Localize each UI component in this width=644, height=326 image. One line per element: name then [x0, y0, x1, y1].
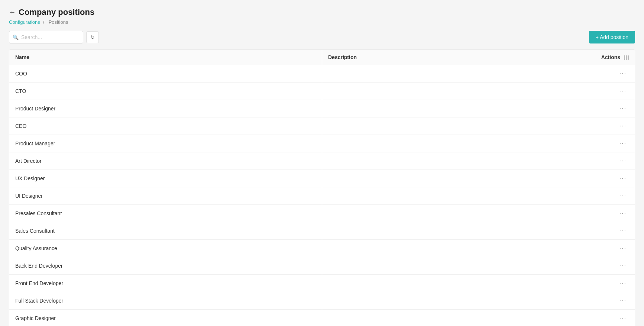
table-row: CTO···: [9, 83, 635, 100]
cell-actions: ···: [590, 100, 635, 117]
cell-description: [322, 117, 590, 135]
cell-actions: ···: [590, 292, 635, 310]
row-actions-button[interactable]: ···: [617, 262, 629, 270]
table-container: Name Description Actions COO···CTO···Pro…: [9, 49, 635, 326]
table-row: Graphic Designer···: [9, 310, 635, 326]
cell-name: Front End Developer: [9, 275, 322, 292]
cell-description: [322, 222, 590, 240]
refresh-icon: ↻: [90, 34, 95, 40]
cell-description: [322, 83, 590, 100]
row-actions-button[interactable]: ···: [617, 297, 629, 305]
table-row: CEO···: [9, 117, 635, 135]
row-actions-button[interactable]: ···: [617, 104, 629, 113]
cell-actions: ···: [590, 257, 635, 275]
col-header-name: Name: [9, 50, 322, 65]
cell-actions: ···: [590, 83, 635, 100]
cell-description: [322, 65, 590, 83]
cell-description: [322, 257, 590, 275]
row-actions-button[interactable]: ···: [617, 122, 629, 130]
cell-description: [322, 205, 590, 222]
refresh-button[interactable]: ↻: [86, 31, 99, 43]
col-header-description: Description: [322, 50, 590, 65]
table-row: Product Manager···: [9, 135, 635, 152]
cell-name: Quality Assurance: [9, 240, 322, 257]
row-actions-button[interactable]: ···: [617, 279, 629, 287]
cell-description: [322, 310, 590, 326]
breadcrumb-parent[interactable]: Configurations: [9, 19, 40, 25]
cell-actions: ···: [590, 152, 635, 170]
cell-name: COO: [9, 65, 322, 83]
cell-actions: ···: [590, 310, 635, 326]
table-row: Full Stack Developer···: [9, 292, 635, 310]
search-input[interactable]: [9, 31, 83, 43]
cell-name: UI Designer: [9, 187, 322, 205]
breadcrumb-separator: /: [43, 19, 44, 25]
add-position-button[interactable]: + Add position: [589, 31, 635, 43]
row-actions-button[interactable]: ···: [617, 87, 629, 95]
toolbar-left: 🔍 ↻: [9, 31, 99, 43]
table-row: Art Director···: [9, 152, 635, 170]
breadcrumb-current: Positions: [49, 19, 68, 25]
cell-name: Presales Consultant: [9, 205, 322, 222]
cell-actions: ···: [590, 117, 635, 135]
row-actions-button[interactable]: ···: [617, 139, 629, 148]
cell-actions: ···: [590, 222, 635, 240]
cell-description: [322, 135, 590, 152]
row-actions-button[interactable]: ···: [617, 314, 629, 322]
table-row: Product Designer···: [9, 100, 635, 117]
table-row: Quality Assurance···: [9, 240, 635, 257]
search-wrapper: 🔍: [9, 31, 83, 43]
row-actions-button[interactable]: ···: [617, 244, 629, 252]
cell-name: Product Designer: [9, 100, 322, 117]
table-row: UI Designer···: [9, 187, 635, 205]
col-header-actions: Actions: [590, 50, 635, 65]
cell-actions: ···: [590, 240, 635, 257]
table-row: Front End Developer···: [9, 275, 635, 292]
row-actions-button[interactable]: ···: [617, 157, 629, 165]
cell-description: [322, 100, 590, 117]
table-header-row: Name Description Actions: [9, 50, 635, 65]
row-actions-button[interactable]: ···: [617, 174, 629, 183]
search-icon: 🔍: [13, 35, 19, 40]
cell-description: [322, 187, 590, 205]
cell-name: Back End Developer: [9, 257, 322, 275]
table-row: COO···: [9, 65, 635, 83]
cell-description: [322, 170, 590, 187]
table-row: Back End Developer···: [9, 257, 635, 275]
cell-name: Product Manager: [9, 135, 322, 152]
cell-actions: ···: [590, 170, 635, 187]
cell-actions: ···: [590, 65, 635, 83]
cell-actions: ···: [590, 275, 635, 292]
page-container: ← Company positions Configurations / Pos…: [0, 0, 644, 326]
cell-description: [322, 240, 590, 257]
page-title: Company positions: [19, 7, 94, 17]
cell-name: Art Director: [9, 152, 322, 170]
cell-name: UX Designer: [9, 170, 322, 187]
back-row: ← Company positions: [9, 7, 635, 17]
breadcrumb: Configurations / Positions: [9, 19, 635, 25]
row-actions-button[interactable]: ···: [617, 70, 629, 78]
cell-description: [322, 152, 590, 170]
toolbar: 🔍 ↻ + Add position: [9, 31, 635, 43]
row-actions-button[interactable]: ···: [617, 209, 629, 217]
row-actions-button[interactable]: ···: [617, 192, 629, 200]
cell-actions: ···: [590, 205, 635, 222]
back-arrow-icon[interactable]: ←: [9, 9, 16, 16]
row-actions-button[interactable]: ···: [617, 227, 629, 235]
cell-description: [322, 275, 590, 292]
cell-name: Full Stack Developer: [9, 292, 322, 310]
table-row: Sales Consultant···: [9, 222, 635, 240]
table-body: COO···CTO···Product Designer···CEO···Pro…: [9, 65, 635, 326]
cell-name: CTO: [9, 83, 322, 100]
cell-name: Sales Consultant: [9, 222, 322, 240]
table-row: Presales Consultant···: [9, 205, 635, 222]
cell-name: Graphic Designer: [9, 310, 322, 326]
positions-table: Name Description Actions COO···CTO···Pro…: [9, 50, 635, 326]
cell-actions: ···: [590, 135, 635, 152]
actions-col-icon: [624, 55, 629, 60]
cell-description: [322, 292, 590, 310]
table-row: UX Designer···: [9, 170, 635, 187]
cell-actions: ···: [590, 187, 635, 205]
page-header: ← Company positions Configurations / Pos…: [9, 7, 635, 25]
cell-name: CEO: [9, 117, 322, 135]
